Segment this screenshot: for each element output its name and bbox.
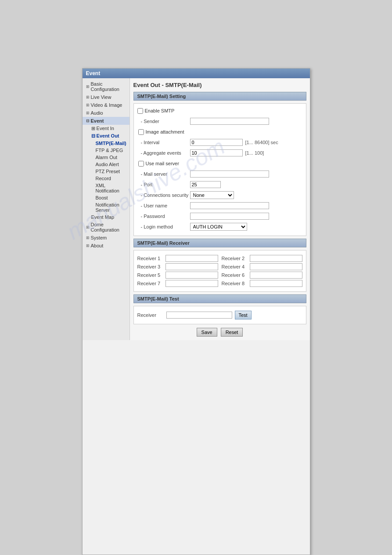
smtp-test-header: SMTP(E-Mail) Test bbox=[133, 294, 306, 303]
login-method-label: - Login method bbox=[137, 224, 190, 229]
password-input[interactable] bbox=[190, 213, 269, 220]
mail-server-input[interactable] bbox=[190, 170, 269, 178]
user-name-row: - User name bbox=[137, 201, 302, 210]
interval-row: - Interval [1... 86400] sec bbox=[137, 138, 302, 147]
test-receiver-input[interactable] bbox=[166, 312, 232, 319]
receiver-4-row: Receiver 4 bbox=[222, 263, 302, 270]
sidebar-item-boost[interactable]: Boost bbox=[93, 194, 129, 201]
aggregate-events-label: - Aggregate events bbox=[137, 150, 190, 156]
user-name-input[interactable] bbox=[190, 202, 269, 209]
image-attachment-label[interactable]: Image attachment bbox=[146, 129, 184, 134]
mail-server-label: - Mail server bbox=[137, 171, 190, 177]
main-content: Event Out - SMTP(E-Mail) SMTP(E-Mail) Se… bbox=[130, 78, 310, 340]
receiver-3-label: Receiver 3 bbox=[137, 264, 164, 269]
receiver-7-input[interactable] bbox=[165, 280, 218, 287]
port-row: - Port bbox=[137, 180, 302, 189]
sidebar-item-event[interactable]: ⊟ Event bbox=[83, 117, 129, 125]
sidebar-item-record[interactable]: Record bbox=[93, 175, 129, 182]
receiver-2-label: Receiver 2 bbox=[222, 256, 248, 261]
sidebar-item-event-out[interactable]: ⊟ Event Out bbox=[89, 132, 129, 140]
image-attachment-checkbox[interactable] bbox=[138, 129, 144, 135]
connections-security-select[interactable]: None TLS STARTTLS bbox=[190, 191, 234, 199]
reset-button[interactable]: Reset bbox=[221, 328, 243, 337]
receiver-1-row: Receiver 1 bbox=[137, 255, 218, 262]
port-input[interactable] bbox=[190, 181, 221, 188]
connections-security-label: - Connections security bbox=[137, 192, 190, 198]
enable-smtp-row: Enable SMTP bbox=[137, 106, 302, 115]
enable-smtp-label[interactable]: Enable SMTP bbox=[145, 108, 175, 113]
password-label: - Password bbox=[137, 214, 190, 219]
receiver-8-input[interactable] bbox=[250, 280, 302, 287]
sidebar-item-about[interactable]: ⊞ About bbox=[83, 242, 129, 250]
aggregate-events-input[interactable] bbox=[190, 149, 243, 156]
interval-range: [1... 86400] sec bbox=[245, 140, 278, 145]
sender-input[interactable] bbox=[190, 118, 269, 125]
sidebar-item-basic-configuration[interactable]: ⊞ Basic Configuration bbox=[83, 80, 129, 93]
interval-input[interactable] bbox=[190, 139, 243, 146]
receiver-7-row: Receiver 7 bbox=[137, 280, 218, 287]
expand-icon-dome: ⊞ bbox=[86, 225, 90, 229]
sidebar-sub-event-out: SMTP(E-Mail) FTP & JPEG Alarm Out Audio … bbox=[89, 140, 129, 214]
receiver-5-input[interactable] bbox=[165, 272, 218, 279]
receiver-5-row: Receiver 5 bbox=[137, 272, 218, 279]
receiver-4-label: Receiver 4 bbox=[222, 264, 248, 269]
smtp-receiver-header: SMTP(E-Mail) Receiver bbox=[133, 239, 306, 247]
expand-icon-event-out: ⊟ bbox=[91, 133, 97, 138]
expand-icon-event: ⊟ bbox=[86, 119, 90, 123]
sidebar-item-audio[interactable]: ⊞ Audio bbox=[83, 109, 129, 117]
sidebar-sub-event: ⊞ Event In ⊟ Event Out SMTP(E-Mail) FTP … bbox=[83, 125, 129, 221]
use-mail-server-checkbox[interactable] bbox=[138, 161, 144, 167]
test-receiver-label: Receiver bbox=[137, 312, 164, 318]
expand-icon-event-in: ⊞ bbox=[91, 126, 97, 131]
sidebar-item-event-map[interactable]: Event Map bbox=[89, 214, 129, 221]
sidebar-item-event-in[interactable]: ⊞ Event In bbox=[89, 125, 129, 132]
sidebar-item-video-image[interactable]: ⊞ Video & Image bbox=[83, 101, 129, 109]
action-row: Save Reset bbox=[133, 328, 306, 337]
save-button[interactable]: Save bbox=[197, 328, 217, 337]
use-mail-server-row: Use mail server bbox=[137, 159, 302, 168]
expand-icon-live: ⊞ bbox=[86, 95, 90, 99]
sidebar-item-live-view[interactable]: ⊞ Live View bbox=[83, 93, 129, 101]
receiver-2-input[interactable] bbox=[250, 255, 302, 262]
sender-label: - Sender bbox=[137, 119, 190, 124]
sidebar-item-audio-alert[interactable]: Audio Alert bbox=[93, 161, 129, 168]
use-mail-server-label[interactable]: Use mail server bbox=[146, 161, 179, 166]
sidebar-item-system[interactable]: ⊞ System bbox=[83, 234, 129, 242]
receiver-6-input[interactable] bbox=[250, 272, 302, 279]
test-receiver-row: Receiver Test bbox=[137, 309, 302, 321]
sender-row: - Sender bbox=[137, 117, 302, 126]
page-title: Event Out - SMTP(E-Mail) bbox=[133, 82, 306, 88]
receiver-3-input[interactable] bbox=[165, 263, 218, 270]
receiver-4-input[interactable] bbox=[250, 263, 302, 270]
interval-label: - Interval bbox=[137, 140, 190, 145]
sidebar: ⊞ Basic Configuration ⊞ Live View ⊞ Vide… bbox=[83, 78, 130, 340]
aggregate-events-row: - Aggregate events [1... 100] bbox=[137, 149, 302, 157]
login-method-select[interactable]: AUTH LOGIN AUTH PLAIN AUTH CRAM-MD5 bbox=[190, 223, 247, 231]
smtp-setting-section: Enable SMTP - Sender Image attachment - bbox=[133, 103, 306, 236]
sidebar-item-dome-configuration[interactable]: ⊞ Dome Configuration bbox=[83, 221, 129, 234]
expand-icon-basic: ⊞ bbox=[86, 84, 90, 89]
port-label: - Port bbox=[137, 182, 190, 187]
mail-server-row: - Mail server bbox=[137, 170, 302, 178]
enable-smtp-checkbox[interactable] bbox=[137, 108, 143, 114]
sidebar-item-ftp-jpeg[interactable]: FTP & JPEG bbox=[93, 147, 129, 154]
receiver-grid: Receiver 1 Receiver 2 Receiver 3 Re bbox=[137, 253, 302, 289]
expand-icon-system: ⊞ bbox=[86, 236, 90, 240]
connections-security-row: - Connections security None TLS STARTTLS bbox=[137, 191, 302, 200]
password-row: - Password bbox=[137, 212, 302, 221]
sidebar-item-notification-server[interactable]: Notification Server bbox=[93, 201, 129, 214]
expand-icon-about: ⊞ bbox=[86, 243, 90, 248]
sidebar-item-xml-notification[interactable]: XML Notification bbox=[93, 182, 129, 194]
aggregate-events-range: [1... 100] bbox=[245, 150, 264, 156]
receiver-1-input[interactable] bbox=[165, 255, 218, 262]
receiver-8-label: Receiver 8 bbox=[222, 281, 248, 286]
page-main-title: Event bbox=[83, 69, 310, 78]
test-button[interactable]: Test bbox=[235, 311, 252, 319]
sidebar-item-smtp-email[interactable]: SMTP(E-Mail) bbox=[93, 140, 129, 147]
receiver-7-label: Receiver 7 bbox=[137, 281, 164, 286]
expand-icon-audio: ⊞ bbox=[86, 111, 90, 115]
sidebar-item-ptz-preset[interactable]: PTZ Preset bbox=[93, 168, 129, 175]
sidebar-item-alarm-out[interactable]: Alarm Out bbox=[93, 154, 129, 161]
receiver-2-row: Receiver 2 bbox=[222, 255, 302, 262]
receiver-6-row: Receiver 6 bbox=[222, 272, 302, 279]
